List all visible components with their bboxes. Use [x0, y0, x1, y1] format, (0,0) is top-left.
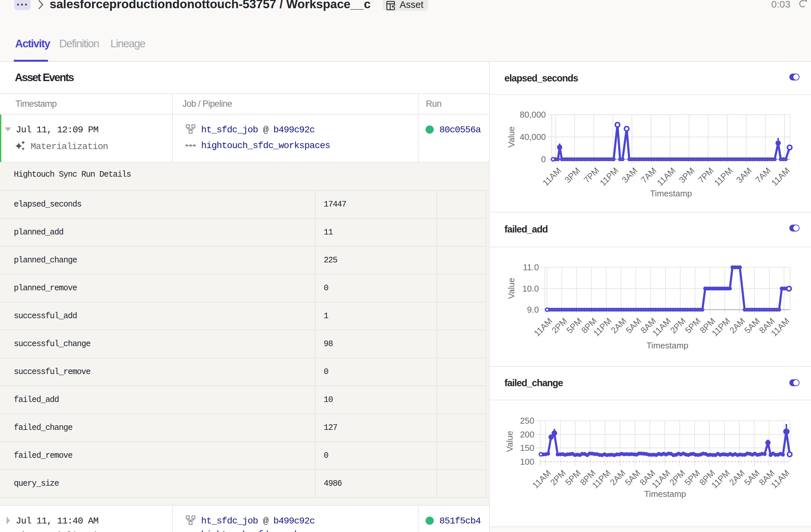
- svg-text:40,000: 40,000: [520, 132, 546, 142]
- svg-text:11AM: 11AM: [769, 166, 792, 188]
- svg-text:5PM: 5PM: [565, 316, 584, 335]
- svg-text:5PM: 5PM: [683, 468, 702, 487]
- svg-text:7PM: 7PM: [696, 166, 715, 185]
- svg-text:7PM: 7PM: [582, 166, 601, 185]
- svg-text:11AM: 11AM: [540, 166, 563, 188]
- svg-text:80,000: 80,000: [520, 110, 546, 120]
- svg-text:3PM: 3PM: [563, 166, 582, 185]
- svg-text:11AM: 11AM: [655, 166, 677, 188]
- svg-text:200: 200: [520, 429, 534, 439]
- svg-text:2PM: 2PM: [548, 468, 568, 487]
- svg-text:Value: Value: [505, 431, 515, 452]
- svg-text:0: 0: [541, 154, 546, 164]
- svg-text:10.0: 10.0: [522, 284, 539, 294]
- svg-text:7AM: 7AM: [753, 166, 772, 185]
- svg-text:3AM: 3AM: [734, 166, 753, 185]
- svg-text:2AM: 2AM: [609, 316, 628, 335]
- svg-text:5AM: 5AM: [623, 468, 642, 487]
- svg-text:2AM: 2AM: [728, 316, 747, 335]
- svg-text:5AM: 5AM: [624, 316, 643, 335]
- svg-text:11.0: 11.0: [523, 262, 539, 272]
- svg-text:11PM: 11PM: [598, 166, 620, 188]
- svg-text:7AM: 7AM: [639, 166, 658, 185]
- svg-text:5AM: 5AM: [742, 316, 762, 335]
- svg-text:2AM: 2AM: [608, 468, 627, 487]
- svg-text:2PM: 2PM: [550, 316, 569, 335]
- svg-text:100: 100: [520, 457, 534, 467]
- svg-text:Timestamp: Timestamp: [650, 188, 692, 198]
- svg-text:2PM: 2PM: [668, 468, 687, 487]
- svg-text:5PM: 5PM: [563, 468, 583, 487]
- svg-text:5PM: 5PM: [683, 316, 703, 335]
- svg-text:11PM: 11PM: [712, 166, 734, 188]
- svg-text:2AM: 2AM: [727, 468, 747, 487]
- svg-text:9.0: 9.0: [527, 305, 539, 315]
- svg-text:5AM: 5AM: [742, 468, 761, 487]
- svg-text:250: 250: [520, 416, 534, 426]
- svg-text:2PM: 2PM: [668, 316, 688, 335]
- svg-text:Value: Value: [506, 278, 516, 299]
- svg-text:Value: Value: [506, 126, 516, 148]
- svg-text:Timestamp: Timestamp: [644, 489, 686, 499]
- svg-text:3AM: 3AM: [620, 166, 639, 185]
- svg-text:150: 150: [520, 443, 534, 453]
- svg-text:3PM: 3PM: [677, 166, 696, 185]
- svg-text:Timestamp: Timestamp: [646, 341, 688, 350]
